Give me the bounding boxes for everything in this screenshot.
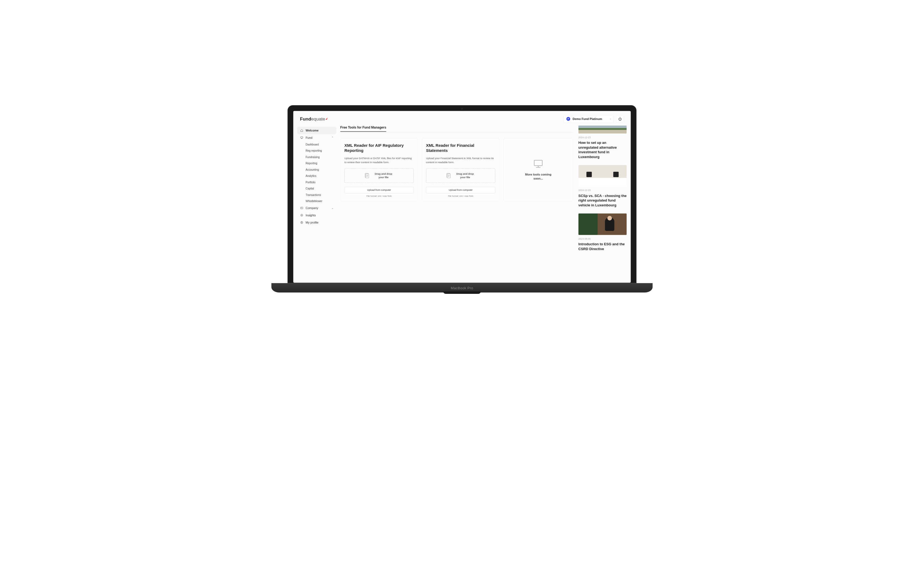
brand-part2: equate: [311, 116, 325, 122]
article-card[interactable]: 2024-12-23 How to set up an unregulated …: [579, 125, 627, 160]
sidebar-subitem-dashboard[interactable]: Dashboard: [297, 142, 337, 148]
file-format-hint: File format: xml / max 5mb: [426, 195, 495, 197]
topbar: Fundequate P Demo Fund Platinum › ⏻: [294, 111, 631, 125]
brand-accent-icon: [326, 117, 328, 120]
upload-button[interactable]: Upload from computer: [345, 187, 414, 193]
main-content: Free Tools for Fund Managers XML Reader …: [340, 125, 627, 283]
file-format-hint: File format: xml / max 5mb: [345, 195, 414, 197]
article-thumbnail: [579, 125, 627, 133]
sidebar-item-label: Welcome: [306, 129, 318, 132]
sidebar-item-fund[interactable]: Fund ⌃: [297, 134, 337, 142]
sidebar-item-company[interactable]: Company ⌄: [297, 204, 337, 212]
insights-icon: [300, 214, 304, 217]
articles-column: 2024-12-23 How to set up an unregulated …: [579, 125, 627, 283]
fund-selector[interactable]: P Demo Fund Platinum ›: [563, 115, 614, 123]
tool-title: XML Reader for AIF Regulatory Reporting: [345, 143, 414, 153]
article-title: Introduction to ESG and the CSRD Directi…: [579, 242, 627, 251]
section-title: Free Tools for Fund Managers: [340, 125, 386, 132]
sidebar-subitem-portfolio[interactable]: Portfolio: [297, 179, 337, 186]
sidebar-subitem-capital[interactable]: Capital: [297, 185, 337, 192]
power-icon: ⏻: [618, 117, 622, 121]
article-card[interactable]: 2024-08-05 Introduction to ESG and the C…: [579, 213, 627, 251]
topbar-right: P Demo Fund Platinum › ⏻: [563, 115, 624, 123]
tool-title: XML Reader for Financial Statements: [426, 143, 495, 153]
brand-part1: Fund: [300, 116, 312, 122]
dropzone-text: Drag and drop your file: [373, 172, 394, 179]
chevron-up-icon: ⌃: [332, 136, 334, 139]
device-label: MacBook Pro: [451, 286, 473, 290]
article-date: 2024-12-23: [579, 136, 627, 139]
home-icon: [300, 129, 304, 132]
sidebar-subitem-accounting[interactable]: Accounting: [297, 166, 337, 173]
file-icon: [364, 173, 370, 179]
coming-soon-card: More tools coming soon...: [503, 138, 573, 201]
sidebar-item-label: Insights: [306, 214, 316, 217]
brand-logo: Fundequate: [300, 116, 327, 122]
sidebar-subitem-whistleblower[interactable]: Whistleblower: [297, 198, 337, 204]
article-card[interactable]: 2024-12-23 SCSp vs. SCA - choosing the r…: [579, 165, 627, 208]
sidebar-subitem-reg-reporting[interactable]: Reg reporting: [297, 148, 337, 154]
article-title: SCSp vs. SCA - choosing the right unregu…: [579, 193, 627, 208]
article-date: 2024-08-05: [579, 237, 627, 240]
svg-rect-10: [534, 160, 542, 166]
coming-soon-text: More tools coming soon...: [525, 173, 552, 181]
file-icon: [446, 173, 452, 179]
svg-point-5: [302, 222, 302, 222]
device-base: MacBook Pro: [271, 283, 653, 292]
sidebar-item-welcome[interactable]: Welcome: [297, 127, 337, 134]
upload-button[interactable]: Upload from computer: [426, 187, 495, 193]
article-title: How to set up an unregulated alternative…: [579, 140, 627, 159]
profile-icon: [300, 221, 304, 224]
fund-badge-icon: P: [566, 117, 570, 121]
sidebar-subitem-reporting[interactable]: Reporting: [297, 160, 337, 166]
app-screen: Fundequate P Demo Fund Platinum › ⏻: [294, 111, 631, 283]
chevron-right-icon: ›: [610, 117, 611, 120]
sidebar: Welcome Fund ⌃ Dashboard Reg reporting F…: [297, 125, 337, 283]
sidebar-item-my-profile[interactable]: My profile: [297, 219, 337, 226]
fund-selector-label: Demo Fund Platinum: [573, 117, 602, 121]
article-thumbnail: [579, 165, 627, 186]
tool-desc: Upload your DATMAN or DATIF XML files fo…: [345, 157, 414, 164]
tool-card-fs-xml-reader: XML Reader for Financial Statements Uplo…: [422, 138, 500, 201]
sidebar-item-insights[interactable]: Insights: [297, 212, 337, 219]
monitor-large-icon: [532, 158, 544, 169]
sidebar-subitem-analytics[interactable]: Analytics: [297, 173, 337, 179]
monitor-icon: [300, 136, 304, 139]
tool-desc: Upload your Financial Statement in XML f…: [426, 157, 495, 164]
dropzone-text: Drag and drop your file: [454, 172, 476, 179]
device-camera: [461, 108, 463, 110]
article-thumbnail: [579, 213, 627, 235]
logout-button[interactable]: ⏻: [616, 115, 624, 123]
dropzone[interactable]: Drag and drop your file: [345, 168, 414, 183]
tool-card-aif-xml-reader: XML Reader for AIF Regulatory Reporting …: [340, 138, 418, 201]
tools-row: XML Reader for AIF Regulatory Reporting …: [340, 138, 573, 201]
sidebar-item-label: My profile: [306, 221, 318, 224]
svg-rect-0: [301, 137, 303, 138]
svg-point-2: [301, 214, 303, 216]
sidebar-subitem-transactions[interactable]: Transactions: [297, 192, 337, 198]
sidebar-subitem-fundraising[interactable]: Fundraising: [297, 154, 337, 160]
dropzone[interactable]: Drag and drop your file: [426, 168, 495, 183]
chevron-down-icon: ⌄: [332, 207, 334, 209]
svg-rect-1: [301, 207, 303, 209]
sidebar-item-label: Fund: [306, 136, 312, 140]
svg-point-3: [302, 215, 302, 216]
sidebar-item-label: Company: [306, 206, 318, 210]
company-icon: [300, 207, 304, 209]
article-date: 2024-12-23: [579, 189, 627, 192]
